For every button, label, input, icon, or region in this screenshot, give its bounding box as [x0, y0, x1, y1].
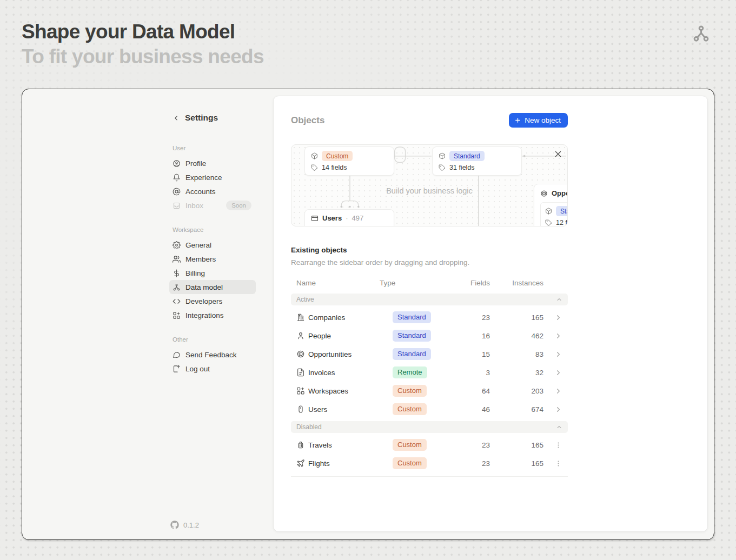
- bell-icon: [173, 174, 181, 182]
- existing-objects-subtitle: Rearrange the sidebar order by dragging …: [291, 258, 568, 266]
- objects-panel: Objects New object: [273, 96, 708, 532]
- object-name: Companies: [308, 314, 371, 322]
- fields-count: 23: [466, 441, 494, 449]
- sidebar-item-data-model[interactable]: Data model: [169, 280, 256, 294]
- column-header-name: Name: [296, 279, 371, 287]
- window-icon: [311, 215, 319, 222]
- diagram-card-custom[interactable]: Custom 14 fields: [304, 146, 394, 176]
- page-subtitle: To fit your business needs: [22, 45, 264, 68]
- table-row[interactable]: Companies Standard 23 165: [291, 308, 568, 326]
- kebab-icon[interactable]: [554, 459, 562, 468]
- cube-icon: [439, 152, 446, 159]
- chevron-right-icon[interactable]: [554, 314, 562, 322]
- sidebar-item-log-out[interactable]: Log out: [169, 362, 256, 376]
- table-row[interactable]: People Standard 16 462: [291, 326, 568, 345]
- sidebar-item-send-feedback[interactable]: Send Feedback: [169, 348, 256, 362]
- fields-count: 12 fields: [556, 219, 568, 226]
- group-row-disabled[interactable]: Disabled: [291, 421, 568, 433]
- chevron-right-icon[interactable]: [554, 369, 562, 377]
- type-badge: Standard: [449, 151, 485, 161]
- building-icon: [296, 313, 305, 322]
- chevron-right-icon[interactable]: [554, 387, 562, 395]
- kebab-icon[interactable]: [554, 441, 562, 449]
- fields-count: 64: [466, 387, 494, 395]
- fields-count: 23: [466, 459, 494, 468]
- tag-icon: [439, 164, 446, 171]
- gear-icon: [173, 241, 181, 249]
- table-row[interactable]: Workspaces Custom 64 203: [291, 382, 568, 400]
- chevron-up-icon[interactable]: [556, 296, 562, 303]
- github-icon: [170, 521, 179, 529]
- chevron-right-icon[interactable]: [554, 405, 562, 414]
- diagram-card-users[interactable]: Users · 497: [304, 209, 394, 226]
- group-row-active[interactable]: Active: [291, 294, 568, 305]
- sidebar-item-profile[interactable]: Profile: [169, 156, 256, 170]
- sidebar-item-label: Developers: [185, 297, 222, 305]
- at-sign-icon: [173, 188, 181, 196]
- sidebar-item-label: Profile: [185, 159, 206, 168]
- version-number: 0.1.2: [183, 521, 199, 529]
- sidebar-item-integrations[interactable]: Integrations: [169, 308, 256, 322]
- type-badge: Custom: [322, 151, 353, 161]
- sidebar-item-accounts[interactable]: Accounts: [169, 184, 256, 198]
- diagram-card-standard[interactable]: Standard 31 fields: [432, 146, 522, 176]
- chevron-right-icon[interactable]: [554, 350, 562, 358]
- settings-sidebar: Settings User Profile Experience Account…: [169, 112, 256, 376]
- sidebar-item-developers[interactable]: Developers: [169, 294, 256, 308]
- app-window: Settings User Profile Experience Account…: [22, 89, 714, 540]
- sidebar-item-billing[interactable]: Billing: [169, 266, 256, 280]
- table-row[interactable]: Invoices Remote 3 32: [291, 363, 568, 382]
- app-version: 0.1.2: [170, 521, 199, 529]
- existing-objects-title: Existing objects: [291, 246, 568, 254]
- data-model-diagram-banner: Build your business logic Custom 14 fiel…: [291, 144, 568, 226]
- card-name: Users: [322, 214, 342, 222]
- object-name: Flights: [308, 459, 371, 468]
- diagram-card-opportunities[interactable]: Opportunities Standard 12 fields: [534, 184, 568, 226]
- soon-badge: Soon: [226, 201, 251, 210]
- object-name: Users: [308, 405, 371, 414]
- type-badge: Custom: [393, 385, 427, 397]
- sidebar-item-label: Billing: [185, 269, 205, 277]
- logout-icon: [173, 365, 181, 373]
- group-label: Active: [296, 296, 314, 303]
- sidebar-item-inbox[interactable]: Inbox Soon: [169, 198, 256, 212]
- sidebar-item-label: Inbox: [185, 202, 203, 210]
- table-row[interactable]: Travels Custom 23 165: [291, 436, 568, 454]
- inbox-icon: [173, 202, 181, 210]
- table-row[interactable]: Flights Custom 23 165: [291, 454, 568, 472]
- object-name: Opportunities: [308, 350, 371, 358]
- person-icon: [296, 331, 305, 340]
- banner-caption: Build your business logic: [291, 186, 567, 195]
- chevron-right-icon[interactable]: [554, 332, 562, 340]
- settings-back-button[interactable]: Settings: [169, 112, 256, 124]
- document-icon: [296, 368, 305, 377]
- column-header-fields: Fields: [466, 279, 494, 287]
- separator: ·: [346, 214, 348, 222]
- sidebar-item-label: Experience: [185, 174, 222, 182]
- members-icon: [173, 255, 181, 263]
- fields-count: 15: [466, 350, 494, 358]
- sidebar-item-label: Send Feedback: [185, 351, 237, 359]
- column-header-type: Type: [371, 279, 466, 287]
- sidebar-section-other: Other: [169, 336, 256, 343]
- table-row[interactable]: Users Custom 46 674: [291, 400, 568, 418]
- card-name: Opportunities: [552, 189, 568, 197]
- sidebar-item-label: General: [185, 241, 211, 249]
- chevron-up-icon[interactable]: [556, 424, 562, 430]
- target-icon: [296, 350, 305, 358]
- fields-count: 14 fields: [322, 164, 347, 171]
- new-object-button[interactable]: New object: [509, 113, 568, 128]
- table-row[interactable]: Opportunities Standard 15 83: [291, 345, 568, 363]
- type-badge: Standard: [393, 348, 431, 361]
- sidebar-item-experience[interactable]: Experience: [169, 170, 256, 184]
- close-icon[interactable]: [553, 149, 563, 159]
- group-label: Disabled: [296, 423, 322, 431]
- instances-count: 165: [494, 459, 546, 468]
- object-name: People: [308, 332, 371, 340]
- sidebar-item-members[interactable]: Members: [169, 252, 256, 266]
- type-badge: Custom: [393, 439, 427, 451]
- cube-icon: [545, 208, 552, 215]
- sidebar-item-general[interactable]: General: [169, 238, 256, 252]
- data-model-icon: [173, 283, 181, 291]
- tag-icon: [311, 164, 318, 171]
